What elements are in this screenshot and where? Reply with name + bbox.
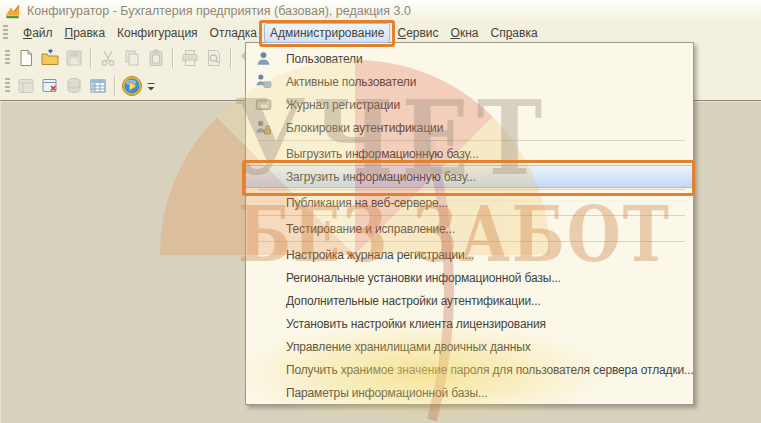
cut-icon xyxy=(98,48,118,68)
menubar-grip-handle[interactable] xyxy=(3,25,8,41)
menu-separator xyxy=(258,140,685,141)
menu-item-registration-log[interactable]: Журнал регистрации xyxy=(246,93,693,116)
menu-separator xyxy=(258,189,685,190)
menubar-item-configuration[interactable]: Конфигурация xyxy=(112,23,203,43)
debug-options-button[interactable] xyxy=(144,74,157,98)
menubar-item-service[interactable]: Сервис xyxy=(392,23,443,43)
menu-item-active-users[interactable]: Активные пользователи xyxy=(246,70,693,93)
open-configuration-button xyxy=(14,74,38,98)
menu-bar: ФайлПравкаКонфигурацияОтладкаАдминистрир… xyxy=(0,22,761,44)
active-users-icon xyxy=(255,73,272,90)
menu-item-users[interactable]: Пользователи xyxy=(246,47,693,70)
menu-item-binary-storage[interactable]: Управление хранилищами двоичных данных xyxy=(246,335,693,358)
print-preview-icon xyxy=(204,48,224,68)
configurator-window: Конфигуратор - Бухгалтерия предприятия (… xyxy=(0,0,761,423)
new-button[interactable] xyxy=(14,46,38,70)
paste-button xyxy=(144,46,168,70)
menu-separator xyxy=(258,241,685,242)
menu-item-label: Параметры информационной базы... xyxy=(286,386,487,400)
menu-item-restore-infobase[interactable]: Загрузить информационную базу... xyxy=(246,165,693,188)
paste-icon xyxy=(146,48,166,68)
menu-item-regional-settings[interactable]: Региональные установки информационной ба… xyxy=(246,266,693,289)
table-button[interactable] xyxy=(86,74,110,98)
menu-item-label: Загрузить информационную базу... xyxy=(286,170,476,184)
menu-item-infobase-params[interactable]: Параметры информационной базы... xyxy=(246,381,693,404)
menu-item-label: Установить настройки клиента лицензирова… xyxy=(286,317,546,331)
check-window-icon xyxy=(40,76,60,96)
menu-item-license-client-settings[interactable]: Установить настройки клиента лицензирова… xyxy=(246,312,693,335)
more-arrow-icon xyxy=(146,79,156,93)
journal-icon xyxy=(255,96,272,113)
open-folder-icon xyxy=(40,48,60,68)
menu-item-label: Дополнительные настройки аутентификации.… xyxy=(286,294,541,308)
menubar-item-administration[interactable]: Администрирование xyxy=(264,23,390,43)
copy-button xyxy=(120,46,144,70)
toolbar-separator xyxy=(172,48,174,68)
menu-item-label: Получить хранимое значение пароля для по… xyxy=(286,363,693,377)
menu-item-dump-infobase[interactable]: Выгрузить информационную базу... xyxy=(246,142,693,165)
print-button xyxy=(178,46,202,70)
menu-item-label: Активные пользователи xyxy=(286,75,416,89)
print-icon xyxy=(180,48,200,68)
menubar-item-windows[interactable]: Окна xyxy=(446,23,484,43)
menu-item-label: Региональные установки информационной ба… xyxy=(286,271,561,285)
new-document-icon xyxy=(16,48,36,68)
open-button[interactable] xyxy=(38,46,62,70)
menu-item-testing-repair[interactable]: Тестирование и исправление... xyxy=(246,217,693,240)
menubar-item-help[interactable]: Справка xyxy=(485,23,542,43)
toolbar-separator xyxy=(90,48,92,68)
start-debug-icon xyxy=(121,75,143,97)
menu-item-label: Блокировки аутентификации xyxy=(286,121,443,135)
cut-button xyxy=(96,46,120,70)
user-icon xyxy=(255,50,272,67)
menu-item-auth-locks[interactable]: Блокировки аутентификации xyxy=(246,116,693,139)
menu-item-label: Тестирование и исправление... xyxy=(286,222,455,236)
menu-item-label: Пользователи xyxy=(286,52,363,66)
database-icon xyxy=(64,76,84,96)
print-preview-button xyxy=(202,46,226,70)
administration-dropdown-menu: ПользователиАктивные пользователиЖурнал … xyxy=(245,42,694,405)
database-button xyxy=(62,74,86,98)
auth-lock-icon xyxy=(255,119,272,136)
toolbar-separator xyxy=(114,76,116,96)
menubar-item-debug[interactable]: Отладка xyxy=(205,23,262,43)
menu-item-web-publish[interactable]: Публикация на веб-сервере... xyxy=(246,191,693,214)
save-icon xyxy=(64,48,84,68)
menu-item-label: Выгрузить информационную базу... xyxy=(286,147,479,161)
menu-item-label: Публикация на веб-сервере... xyxy=(286,196,448,210)
1c-logo-icon xyxy=(4,3,21,20)
menu-item-label: Журнал регистрации xyxy=(286,98,400,112)
menu-separator xyxy=(258,215,685,216)
toolbar-separator xyxy=(230,48,232,68)
menu-item-log-settings[interactable]: Настройка журнала регистрации... xyxy=(246,243,693,266)
menubar-item-edit[interactable]: Правка xyxy=(60,23,111,43)
form-icon xyxy=(16,76,36,96)
menu-item-auth-extra-settings[interactable]: Дополнительные настройки аутентификации.… xyxy=(246,289,693,312)
toolbar-configuration-grip-handle[interactable] xyxy=(5,78,10,94)
table-icon xyxy=(88,76,108,96)
menu-item-label: Управление хранилищами двоичных данных xyxy=(286,340,531,354)
menubar-item-file[interactable]: Файл xyxy=(18,23,58,43)
save-button xyxy=(62,46,86,70)
title-bar: Конфигуратор - Бухгалтерия предприятия (… xyxy=(0,0,761,22)
copy-icon xyxy=(122,48,142,68)
toolbar-standard-grip-handle[interactable] xyxy=(5,50,10,66)
start-debugging-button[interactable] xyxy=(120,74,144,98)
window-title: Конфигуратор - Бухгалтерия предприятия (… xyxy=(27,4,411,18)
menu-item-label: Настройка журнала регистрации... xyxy=(286,248,474,262)
menubar-items: ФайлПравкаКонфигурацияОтладкаАдминистрир… xyxy=(12,23,545,43)
configuration-window-button[interactable] xyxy=(38,74,62,98)
menu-item-stored-password[interactable]: Получить хранимое значение пароля для по… xyxy=(246,358,693,381)
